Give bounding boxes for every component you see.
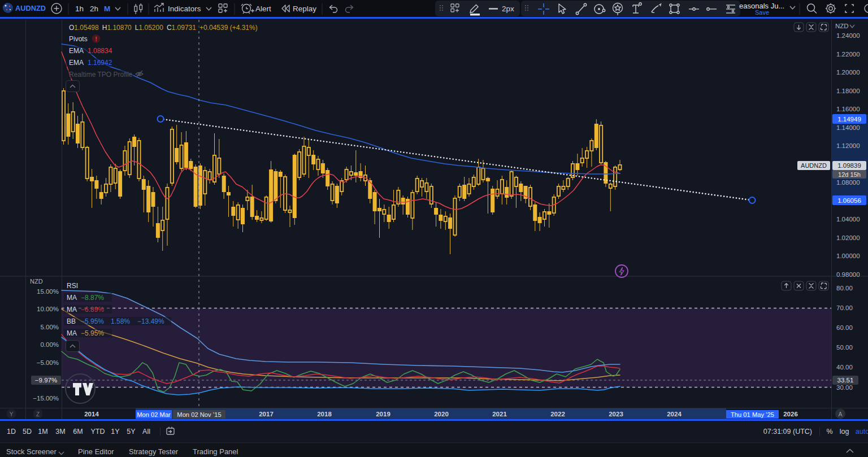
svg-text:Pivots: Pivots — [69, 35, 88, 43]
svg-text:−9.97%: −9.97% — [35, 377, 57, 384]
svg-text:Y: Y — [10, 411, 14, 417]
svg-text:1M: 1M — [38, 428, 47, 436]
svg-text:10.00%: 10.00% — [37, 306, 59, 312]
svg-text:−15.00%: −15.00% — [33, 395, 59, 402]
svg-text:MA: MA — [67, 294, 77, 302]
svg-text:Trading Panel: Trading Panel — [193, 447, 238, 456]
svg-text:12d 15h: 12d 15h — [838, 171, 861, 178]
svg-text:1.16942: 1.16942 — [88, 59, 112, 67]
svg-text:2024: 2024 — [667, 411, 682, 417]
svg-text:6M: 6M — [73, 428, 83, 436]
svg-text:M: M — [104, 5, 110, 13]
svg-text:EMA: EMA — [69, 59, 84, 67]
svg-text:2018: 2018 — [317, 411, 332, 417]
svg-text:2020: 2020 — [434, 411, 449, 417]
svg-text:−5.95%: −5.95% — [81, 317, 104, 325]
svg-text:Thu 01 May ’25: Thu 01 May ’25 — [731, 411, 774, 418]
svg-text:MA: MA — [67, 306, 77, 314]
svg-text:07:31:09 (UTC): 07:31:09 (UTC) — [763, 428, 812, 436]
svg-text:2023: 2023 — [609, 411, 623, 417]
svg-text:1.14000: 1.14000 — [836, 124, 860, 131]
svg-text:1.04000: 1.04000 — [836, 216, 860, 223]
svg-text:2017: 2017 — [259, 411, 274, 417]
svg-text:Indicators: Indicators — [168, 5, 201, 13]
svg-text:Mon 02 Nov ’15: Mon 02 Nov ’15 — [177, 411, 221, 418]
svg-text:2px: 2px — [502, 5, 514, 13]
svg-text:1D: 1D — [7, 428, 16, 436]
svg-text:1.08000: 1.08000 — [836, 179, 860, 186]
svg-text:Strategy Tester: Strategy Tester — [129, 447, 179, 456]
svg-text:1.09839: 1.09839 — [837, 162, 861, 169]
svg-text:70.00: 70.00 — [836, 304, 853, 311]
svg-text:AUDNZD: AUDNZD — [801, 162, 827, 169]
svg-text:−13.49%: −13.49% — [137, 317, 164, 325]
svg-text:Alert: Alert — [255, 5, 271, 13]
svg-text:Mon 02 Mar: Mon 02 Mar — [137, 411, 171, 418]
svg-text:O1.05498 H1.10870 L1.05200 C1.: O1.05498 H1.10870 L1.05200 C1.09731 +0.0… — [69, 24, 258, 32]
svg-text:NZD: NZD — [835, 23, 849, 29]
svg-text:0.00%: 0.00% — [40, 341, 59, 348]
svg-text:Stock Screener: Stock Screener — [6, 447, 57, 456]
svg-text:80.00: 80.00 — [836, 285, 853, 291]
svg-text:−5.95%: −5.95% — [81, 329, 104, 337]
svg-text:2026: 2026 — [783, 411, 798, 417]
svg-text:3M: 3M — [55, 428, 65, 436]
svg-text:5Y: 5Y — [127, 428, 136, 436]
svg-text:2h: 2h — [90, 5, 98, 13]
svg-text:2014: 2014 — [84, 411, 99, 417]
svg-text:RSI: RSI — [67, 282, 78, 290]
svg-text:BB: BB — [67, 317, 76, 325]
svg-text:Z: Z — [36, 411, 40, 417]
svg-text:A: A — [838, 411, 842, 417]
svg-text:−6.89%: −6.89% — [81, 306, 104, 314]
svg-text:1.14949: 1.14949 — [837, 116, 861, 123]
svg-text:NZD: NZD — [30, 278, 43, 285]
svg-text:1.00000: 1.00000 — [836, 253, 860, 259]
svg-text:1.06056: 1.06056 — [837, 197, 861, 204]
svg-text:5D: 5D — [23, 428, 32, 436]
svg-text:auto: auto — [856, 428, 868, 436]
svg-text:MA: MA — [67, 329, 77, 337]
svg-text:1.22000: 1.22000 — [836, 51, 860, 58]
svg-text:60.00: 60.00 — [836, 324, 853, 331]
svg-text:1.58%: 1.58% — [111, 317, 130, 325]
svg-text:EMA: EMA — [69, 47, 84, 55]
svg-text:30.00: 30.00 — [836, 384, 853, 391]
svg-text:−8.87%: −8.87% — [81, 294, 104, 302]
svg-text:1h: 1h — [75, 5, 84, 13]
svg-text:2019: 2019 — [376, 411, 390, 417]
svg-text:YTD: YTD — [91, 428, 105, 436]
svg-text:Save: Save — [755, 9, 769, 16]
svg-text:Realtime TPO Profile: Realtime TPO Profile — [69, 71, 133, 79]
svg-text:Pine Editor: Pine Editor — [78, 447, 114, 456]
svg-text:2022: 2022 — [550, 411, 565, 417]
svg-text:−5.00%: −5.00% — [37, 359, 59, 366]
svg-text:AUDNZD: AUDNZD — [15, 4, 46, 12]
svg-text:1.24000: 1.24000 — [836, 32, 860, 39]
svg-text:Replay: Replay — [293, 5, 316, 13]
svg-text:%: % — [826, 428, 832, 436]
svg-text:33.51: 33.51 — [837, 377, 854, 384]
svg-text:1.02000: 1.02000 — [836, 234, 860, 241]
svg-text:1.20000: 1.20000 — [836, 69, 860, 76]
svg-text:2021: 2021 — [492, 411, 507, 417]
svg-text:0.98000: 0.98000 — [836, 271, 860, 278]
svg-text:!: ! — [95, 36, 97, 42]
svg-text:1.18000: 1.18000 — [836, 88, 860, 94]
svg-text:1.08834: 1.08834 — [88, 47, 112, 55]
svg-text:log: log — [840, 428, 849, 436]
svg-text:5.00%: 5.00% — [40, 324, 59, 330]
svg-text:40.00: 40.00 — [836, 364, 853, 371]
svg-text:1.16000: 1.16000 — [836, 106, 860, 112]
svg-text:1Y: 1Y — [111, 428, 120, 436]
svg-text:15.00%: 15.00% — [37, 288, 59, 295]
svg-text:All: All — [142, 428, 150, 436]
svg-text:1.12000: 1.12000 — [836, 142, 860, 149]
svg-text:50.00: 50.00 — [836, 344, 853, 351]
